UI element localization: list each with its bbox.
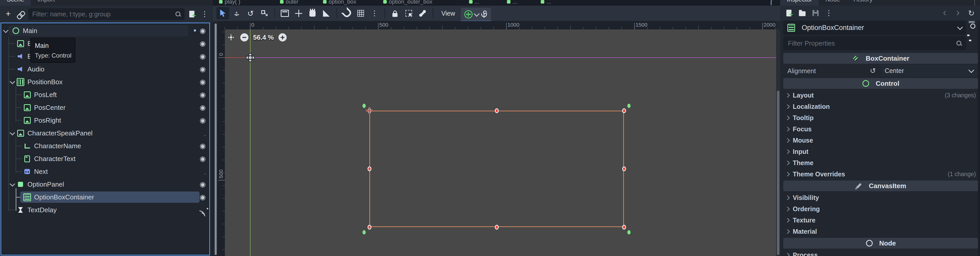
tree-row-charactertext[interactable]: CharacterText◉ xyxy=(1,152,209,165)
scene-filter-input[interactable] xyxy=(32,10,172,18)
collapse-chevron-icon[interactable] xyxy=(3,28,8,33)
section-theme-overrides[interactable]: Theme Overrides(1 change) xyxy=(783,169,978,180)
section-localization[interactable]: Localization xyxy=(783,101,978,112)
dock-menu-icon[interactable]: ⋮ xyxy=(972,0,977,6)
pivot-tool-button[interactable] xyxy=(292,7,305,19)
section-layout[interactable]: Layout(3 changes) xyxy=(783,90,978,101)
rotate-tool-button[interactable] xyxy=(244,7,257,19)
visibility-toggle[interactable]: ◉ xyxy=(199,117,206,124)
expand-viewport-icon[interactable]: [ ] xyxy=(770,0,779,5)
smart-snap-button[interactable] xyxy=(340,7,353,19)
tree-row-posright[interactable]: PosRight◉ xyxy=(1,114,209,127)
resource-menu-button[interactable]: ⋮ xyxy=(823,8,835,19)
visibility-toggle[interactable]: ◉ xyxy=(199,181,206,188)
resize-handle[interactable] xyxy=(368,225,371,230)
zoom-out-button[interactable]: − xyxy=(240,33,248,41)
anchor-handle[interactable] xyxy=(627,230,631,234)
visibility-toggle[interactable]: ◉ xyxy=(199,79,206,86)
history-back-button[interactable]: ‹ xyxy=(939,8,950,19)
collapse-chevron-icon[interactable] xyxy=(10,79,15,84)
visibility-toggle[interactable]: ◉ xyxy=(199,27,206,34)
view-menu-button[interactable]: View xyxy=(437,10,460,17)
section-visibility[interactable]: Visibility xyxy=(783,192,978,203)
inspector-filter-box[interactable] xyxy=(783,37,966,50)
snap-options-menu-button[interactable]: ⋮ xyxy=(368,7,381,19)
load-resource-button[interactable] xyxy=(797,8,808,19)
tree-row-next[interactable]: Next xyxy=(1,165,209,178)
visibility-toggle[interactable]: ◉ xyxy=(199,156,206,162)
tab-scene[interactable]: Scene xyxy=(0,0,31,6)
section-input[interactable]: Input xyxy=(783,146,978,157)
section-theme[interactable]: Theme xyxy=(783,157,978,169)
inspector-scrollbar[interactable] xyxy=(978,21,980,256)
section-mouse[interactable]: Mouse xyxy=(783,135,978,146)
edited-object-bar[interactable]: OptionBoxContainer xyxy=(783,21,966,35)
lock-object-button[interactable] xyxy=(388,7,401,19)
resize-handle[interactable] xyxy=(622,108,626,113)
scene-filter-box[interactable] xyxy=(28,8,185,20)
center-view-button[interactable] xyxy=(226,32,235,43)
collapse-chevron-icon[interactable] xyxy=(10,181,15,187)
tree-row-optionboxcontainer[interactable]: OptionBoxContainer◉ xyxy=(1,191,209,204)
scale-tool-button[interactable] xyxy=(258,7,271,19)
scene-tab-fragment[interactable]: outer xyxy=(280,0,298,5)
tab-history[interactable]: History xyxy=(847,0,879,6)
tree-row-charactername[interactable]: CharacterName◉ xyxy=(1,140,209,152)
tree-row-audio[interactable]: Audio◉ xyxy=(1,63,209,76)
tree-row-main[interactable]: Main◉ xyxy=(1,24,209,37)
visibility-toggle[interactable]: ◉ xyxy=(199,53,206,60)
visibility-toggle[interactable]: ◉ xyxy=(199,143,206,149)
canvas-viewport[interactable] xyxy=(225,29,776,256)
save-resource-button[interactable] xyxy=(810,8,821,19)
box-select-tool-button[interactable] xyxy=(278,7,291,19)
tab-node[interactable]: Node xyxy=(819,0,847,6)
grid-snap-button[interactable] xyxy=(354,7,367,19)
anchor-handle[interactable] xyxy=(363,230,366,234)
tab-inspector[interactable]: Inspector xyxy=(780,0,819,6)
new-resource-button[interactable] xyxy=(783,8,795,19)
visibility-toggle[interactable]: ◉ xyxy=(199,66,206,73)
group-object-button[interactable] xyxy=(402,7,415,19)
anchor-preset-group[interactable] xyxy=(461,8,491,21)
tree-row-posleft[interactable]: PosLeft◉ xyxy=(1,88,209,101)
viewport-scrollbar-thumb[interactable] xyxy=(777,91,780,255)
zoom-level[interactable]: 56.4 % xyxy=(253,33,274,41)
inspector-filter-input[interactable] xyxy=(788,39,953,48)
visibility-toggle[interactable]: ◉ xyxy=(199,194,206,201)
visibility-toggle[interactable]: ◉ xyxy=(199,40,206,47)
section-tooltip[interactable]: Tooltip xyxy=(783,112,978,123)
scene-tab-fragment[interactable]: ... xyxy=(507,0,517,5)
collapse-chevron-icon[interactable] xyxy=(10,130,15,135)
scene-tab-fragment[interactable]: play( ) xyxy=(219,0,240,5)
property-value-dropdown[interactable]: Center xyxy=(881,65,977,76)
history-button[interactable]: ↻ xyxy=(966,8,977,19)
tree-row-poscenter[interactable]: PosCenter◉ xyxy=(1,101,209,114)
tab-import[interactable]: Import xyxy=(31,0,62,6)
viewport-scrollbar-track[interactable] xyxy=(776,29,780,256)
instance-scene-button[interactable] xyxy=(15,8,27,20)
visibility-toggle[interactable] xyxy=(204,131,206,135)
visibility-toggle[interactable]: ◉ xyxy=(199,91,206,98)
resize-handle[interactable] xyxy=(495,108,499,113)
section-material[interactable]: Material xyxy=(783,226,978,237)
anchor-handle[interactable] xyxy=(363,104,366,108)
visibility-toggle[interactable]: ◉ xyxy=(199,104,206,111)
section-focus[interactable]: Focus xyxy=(783,123,978,135)
scene-tree-scrollbar[interactable] xyxy=(215,24,217,255)
resize-handle[interactable] xyxy=(495,225,499,230)
scene-tab-fragment[interactable]: ... xyxy=(469,0,479,5)
resize-handle[interactable] xyxy=(622,166,626,171)
scene-tab-fragment[interactable]: option_outer_box xyxy=(383,0,433,5)
zoom-in-button[interactable]: + xyxy=(278,33,286,41)
scene-tab-fragment[interactable]: option_box xyxy=(323,0,356,5)
selected-control-rect[interactable] xyxy=(369,111,624,227)
section-texture[interactable]: Texture xyxy=(783,215,978,226)
section-process[interactable]: Process xyxy=(783,250,978,256)
skeleton-options-button[interactable] xyxy=(416,7,429,19)
scene-tab-fragment[interactable]: ... xyxy=(541,0,551,5)
select-tool-button[interactable] xyxy=(216,7,229,19)
visibility-toggle[interactable] xyxy=(204,169,206,174)
section-ordering[interactable]: Ordering xyxy=(783,203,978,215)
pan-tool-button[interactable] xyxy=(306,7,319,19)
tree-row-characterspeakpanel[interactable]: CharacterSpeakPanel xyxy=(1,127,209,140)
